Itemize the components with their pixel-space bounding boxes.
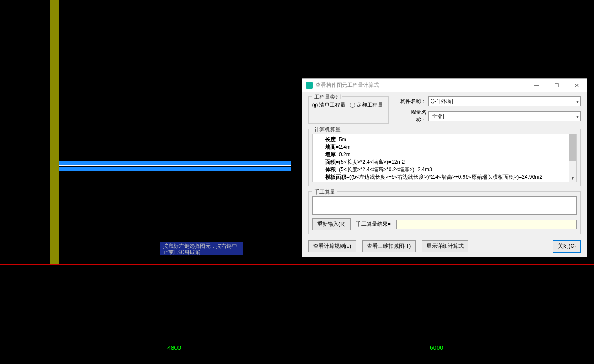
quantity-name-label: 工程量名称： [396, 109, 427, 124]
dialog-title: 查看构件图元工程量计算式 [316, 81, 526, 89]
axis-vertical-red-2 [291, 0, 291, 364]
radio-icon [312, 103, 318, 108]
close-button[interactable]: 关闭(C) [553, 240, 581, 252]
component-name-select[interactable]: Q-1[外墙] ▾ [428, 96, 581, 106]
group-label: 计算机算量 [312, 126, 342, 133]
group-label: 手工算量 [312, 188, 337, 196]
manual-input[interactable] [312, 196, 577, 215]
chevron-down-icon: ▾ [576, 114, 579, 119]
axis-horizontal-red-2 [0, 264, 594, 265]
group-label: 工程量类别 [312, 93, 342, 101]
view-rules-button[interactable]: 查看计算规则(J) [308, 240, 356, 252]
scrollbar[interactable]: ▾ [569, 134, 576, 182]
quantity-type-group: 工程量类别 清单工程量 定额工程量 [308, 96, 389, 124]
result-field[interactable] [396, 220, 577, 229]
axis-vertical-red-1 [55, 0, 55, 364]
calc-output[interactable]: 长度=5m 墙高=2.4m 墙厚=0.2m 面积=(5<长度>*2.4<墙高>)… [312, 134, 577, 182]
chevron-down-icon: ▾ [576, 99, 579, 104]
selected-wall-top[interactable] [59, 161, 291, 165]
component-name-label: 构件名称： [396, 98, 427, 105]
result-label: 手工算量结果= [356, 221, 391, 228]
calculation-dialog: 查看构件图元工程量计算式 — ☐ ✕ 工程量类别 清单工程量 定额工程量 [302, 78, 587, 257]
selected-wall-bot[interactable] [59, 167, 291, 171]
reinput-button[interactable]: 重新输入(R) [312, 218, 351, 230]
radio-list-quantity[interactable]: 清单工程量 [312, 101, 345, 109]
dimension-left: 4800 [167, 344, 181, 351]
scroll-down-icon[interactable]: ▾ [569, 174, 576, 182]
hint-tooltip: 按鼠标左键选择图元，按右键中止或ESC键取消 [160, 242, 243, 255]
computer-calc-group: 计算机算量 长度=5m 墙高=2.4m 墙厚=0.2m 面积=(5<长度>*2.… [308, 129, 581, 186]
dim-tick-2 [291, 326, 291, 364]
quantity-name-select[interactable]: [全部] ▾ [428, 111, 581, 121]
manual-calc-group: 手工算量 重新输入(R) 手工算量结果= [308, 191, 581, 234]
maximize-button[interactable]: ☐ [546, 79, 567, 92]
scroll-thumb[interactable] [569, 134, 576, 161]
dialog-titlebar[interactable]: 查看构件图元工程量计算式 — ☐ ✕ [302, 79, 587, 92]
dimension-right: 6000 [430, 344, 443, 351]
dim-tick-1 [55, 326, 55, 364]
close-window-button[interactable]: ✕ [567, 79, 587, 92]
radio-quota-quantity[interactable]: 定额工程量 [350, 101, 383, 109]
minimize-button[interactable]: — [526, 79, 546, 92]
app-icon [306, 82, 313, 89]
dim-line-bot [0, 355, 594, 355]
radio-icon [350, 103, 355, 108]
selected-wall-mid [59, 165, 291, 166]
dim-tick-3 [584, 326, 584, 364]
dim-line-top [0, 339, 594, 339]
show-detail-button[interactable]: 显示详细计算式 [422, 240, 468, 252]
view-3d-button[interactable]: 查看三维扣减图(T) [362, 240, 416, 252]
